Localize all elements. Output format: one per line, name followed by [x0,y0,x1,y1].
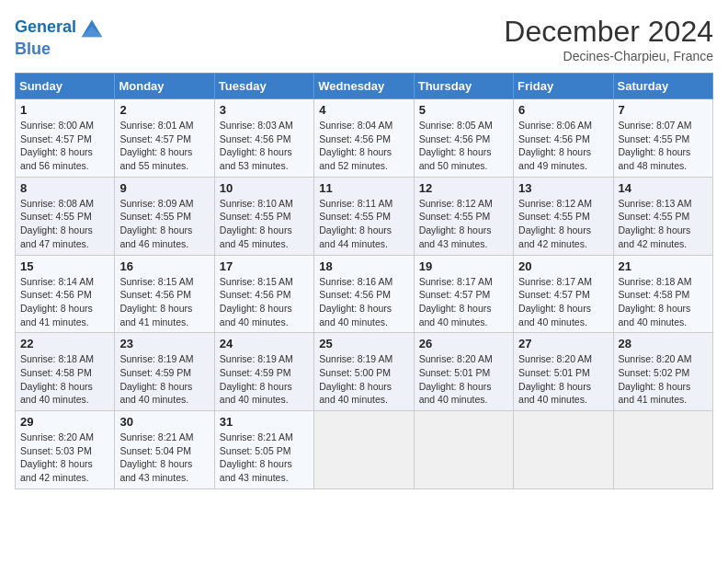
calendar-week-row: 15 Sunrise: 8:14 AM Sunset: 4:56 PM Dayl… [16,255,713,333]
day-info: Sunrise: 8:07 AM Sunset: 4:55 PM Dayligh… [619,119,708,173]
calendar-cell [414,411,513,489]
sunrise-label: Sunrise: 8:15 AM [220,276,293,287]
day-number: 7 [619,103,708,117]
sunrise-label: Sunrise: 8:19 AM [319,353,392,364]
day-info: Sunrise: 8:19 AM Sunset: 4:59 PM Dayligh… [220,352,309,407]
sunset-label: Sunset: 4:57 PM [119,133,191,144]
day-number: 11 [319,181,408,195]
daylight-label: Daylight: 8 hours and 41 minutes. [619,381,691,406]
day-number: 12 [419,181,508,195]
weekday-header: Monday [115,74,214,99]
sunset-label: Sunset: 4:57 PM [419,289,491,300]
weekday-header: Sunday [16,74,115,99]
day-info: Sunrise: 8:12 AM Sunset: 4:55 PM Dayligh… [419,197,508,251]
sunrise-label: Sunrise: 8:21 AM [119,431,193,442]
sunset-label: Sunset: 4:55 PM [119,211,191,222]
calendar-cell: 3 Sunrise: 8:03 AM Sunset: 4:56 PM Dayli… [214,99,313,178]
day-number: 25 [319,337,408,350]
daylight-label: Daylight: 8 hours and 41 minutes. [20,303,93,327]
sunrise-label: Sunrise: 8:14 AM [20,276,94,287]
sunrise-label: Sunrise: 8:17 AM [419,276,493,287]
calendar-cell: 1 Sunrise: 8:00 AM Sunset: 4:57 PM Dayli… [16,99,115,178]
sunset-label: Sunset: 4:56 PM [518,133,590,144]
calendar-cell: 10 Sunrise: 8:10 AM Sunset: 4:55 PM Dayl… [214,177,313,255]
calendar-cell: 11 Sunrise: 8:11 AM Sunset: 4:55 PM Dayl… [314,177,414,255]
sunset-label: Sunset: 4:59 PM [119,367,191,378]
sunset-label: Sunset: 5:01 PM [518,367,590,378]
day-info: Sunrise: 8:19 AM Sunset: 4:59 PM Dayligh… [119,352,209,407]
day-number: 10 [220,181,309,195]
calendar-cell: 14 Sunrise: 8:13 AM Sunset: 4:55 PM Dayl… [613,177,712,255]
sunrise-label: Sunrise: 8:20 AM [419,353,493,364]
calendar-week-row: 22 Sunrise: 8:18 AM Sunset: 4:58 PM Dayl… [16,333,713,411]
day-number: 18 [319,259,408,273]
sunset-label: Sunset: 5:02 PM [619,367,690,378]
day-number: 23 [119,337,209,350]
day-info: Sunrise: 8:10 AM Sunset: 4:55 PM Dayligh… [220,197,309,251]
day-number: 8 [20,181,109,195]
calendar-cell: 8 Sunrise: 8:08 AM Sunset: 4:55 PM Dayli… [16,177,115,255]
daylight-label: Daylight: 8 hours and 40 minutes. [518,381,591,406]
daylight-label: Daylight: 8 hours and 40 minutes. [220,303,292,327]
sunset-label: Sunset: 4:55 PM [220,211,291,222]
day-number: 31 [220,415,309,429]
sunset-label: Sunset: 4:56 PM [119,289,191,300]
calendar-cell: 31 Sunrise: 8:21 AM Sunset: 5:05 PM Dayl… [214,411,313,489]
daylight-label: Daylight: 8 hours and 40 minutes. [319,303,392,327]
daylight-label: Daylight: 8 hours and 45 minutes. [220,224,292,249]
weekday-header: Friday [514,74,613,99]
calendar-week-row: 8 Sunrise: 8:08 AM Sunset: 4:55 PM Dayli… [16,177,713,255]
day-info: Sunrise: 8:16 AM Sunset: 4:56 PM Dayligh… [319,275,408,329]
daylight-label: Daylight: 8 hours and 40 minutes. [419,303,492,327]
month-title: December 2024 [504,15,713,49]
day-number: 3 [220,103,309,117]
calendar-cell: 9 Sunrise: 8:09 AM Sunset: 4:55 PM Dayli… [115,177,214,255]
sunset-label: Sunset: 4:57 PM [20,133,92,144]
sunset-label: Sunset: 4:55 PM [319,211,391,222]
title-block: December 2024 Decines-Charpieu, France [504,15,713,63]
daylight-label: Daylight: 8 hours and 43 minutes. [419,224,492,249]
sunrise-label: Sunrise: 8:12 AM [518,198,592,209]
day-info: Sunrise: 8:03 AM Sunset: 4:56 PM Dayligh… [220,119,309,173]
daylight-label: Daylight: 8 hours and 42 minutes. [619,224,691,249]
sunrise-label: Sunrise: 8:06 AM [518,120,592,131]
day-info: Sunrise: 8:20 AM Sunset: 5:01 PM Dayligh… [419,352,508,407]
weekday-header: Wednesday [314,74,414,99]
daylight-label: Daylight: 8 hours and 55 minutes. [119,146,192,171]
day-info: Sunrise: 8:20 AM Sunset: 5:01 PM Dayligh… [518,352,608,407]
calendar-cell: 12 Sunrise: 8:12 AM Sunset: 4:55 PM Dayl… [414,177,513,255]
calendar-cell: 18 Sunrise: 8:16 AM Sunset: 4:56 PM Dayl… [314,255,414,333]
sunset-label: Sunset: 4:56 PM [319,133,391,144]
sunset-label: Sunset: 4:57 PM [518,289,590,300]
calendar-cell: 2 Sunrise: 8:01 AM Sunset: 4:57 PM Dayli… [115,99,214,178]
sunrise-label: Sunrise: 8:11 AM [319,198,392,209]
sunrise-label: Sunrise: 8:10 AM [220,198,293,209]
daylight-label: Daylight: 8 hours and 40 minutes. [319,381,392,406]
day-info: Sunrise: 8:18 AM Sunset: 4:58 PM Dayligh… [619,275,708,329]
calendar-cell: 27 Sunrise: 8:20 AM Sunset: 5:01 PM Dayl… [514,333,613,411]
daylight-label: Daylight: 8 hours and 50 minutes. [419,146,492,171]
calendar-table: SundayMondayTuesdayWednesdayThursdayFrid… [15,73,713,489]
sunrise-label: Sunrise: 8:01 AM [119,120,193,131]
daylight-label: Daylight: 8 hours and 53 minutes. [220,146,292,171]
sunrise-label: Sunrise: 8:20 AM [619,353,692,364]
daylight-label: Daylight: 8 hours and 44 minutes. [319,224,392,249]
sunrise-label: Sunrise: 8:19 AM [119,353,193,364]
calendar-cell: 20 Sunrise: 8:17 AM Sunset: 4:57 PM Dayl… [514,255,613,333]
sunset-label: Sunset: 4:58 PM [619,289,690,300]
sunrise-label: Sunrise: 8:04 AM [319,120,392,131]
daylight-label: Daylight: 8 hours and 52 minutes. [319,146,392,171]
day-info: Sunrise: 8:21 AM Sunset: 5:05 PM Dayligh… [220,431,309,485]
sunrise-label: Sunrise: 8:07 AM [619,120,692,131]
sunset-label: Sunset: 4:55 PM [419,211,491,222]
day-number: 30 [119,415,209,429]
sunrise-label: Sunrise: 8:21 AM [220,431,293,442]
day-number: 21 [619,259,708,273]
sunrise-label: Sunrise: 8:20 AM [20,431,94,442]
daylight-label: Daylight: 8 hours and 40 minutes. [220,381,292,406]
calendar-cell [314,411,414,489]
logo-text-blue: Blue [15,40,104,59]
daylight-label: Daylight: 8 hours and 43 minutes. [119,458,192,483]
calendar-cell [514,411,613,489]
day-info: Sunrise: 8:18 AM Sunset: 4:58 PM Dayligh… [20,352,109,407]
